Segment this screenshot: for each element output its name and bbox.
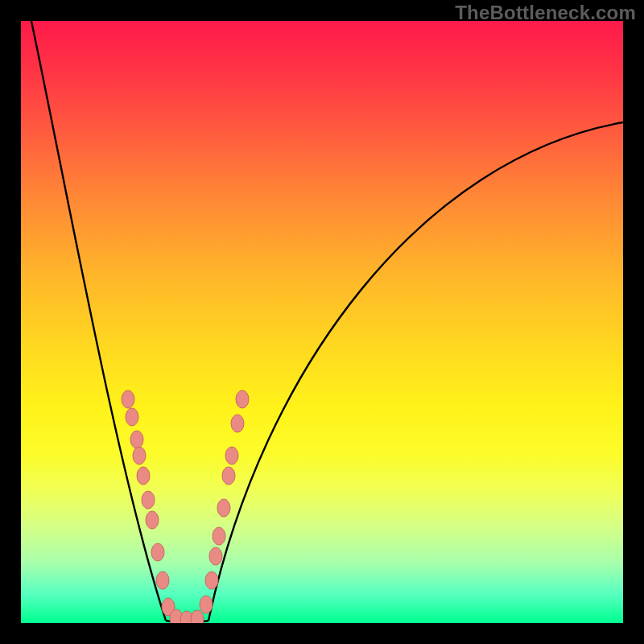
data-marker: [225, 447, 238, 464]
curve-right: [208, 122, 623, 621]
data-marker: [126, 408, 138, 426]
data-marker: [122, 390, 134, 408]
chart-frame: TheBottleneck.com: [0, 0, 644, 644]
curve-layer: [21, 21, 623, 623]
data-marker: [146, 511, 159, 529]
data-marker: [142, 491, 155, 509]
data-marker: [217, 499, 230, 517]
data-marker: [130, 431, 143, 448]
data-marker: [205, 572, 218, 589]
data-marker: [236, 390, 249, 408]
data-marker: [137, 467, 150, 485]
data-marker: [209, 547, 222, 565]
data-marker: [213, 527, 225, 545]
data-marker: [151, 543, 164, 561]
data-marker: [231, 415, 244, 432]
watermark-text: TheBottleneck.com: [455, 2, 636, 24]
data-marker: [222, 467, 235, 485]
data-marker: [133, 447, 146, 464]
data-marker: [156, 572, 169, 589]
data-marker: [191, 610, 204, 623]
data-marker: [200, 596, 213, 613]
marker-group: [122, 390, 249, 623]
curve-left: [31, 21, 166, 621]
plot-area: [21, 21, 623, 623]
